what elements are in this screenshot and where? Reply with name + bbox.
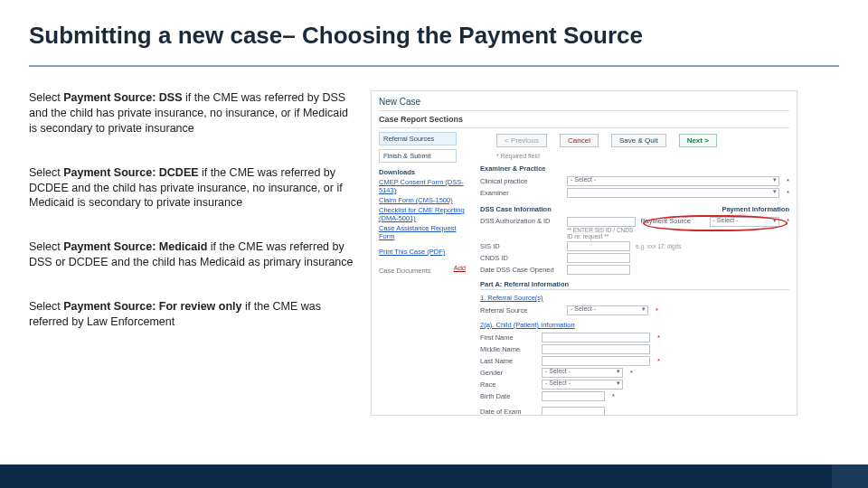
- first-name-label: First Name: [480, 333, 536, 342]
- cndsid-label: CNDS ID: [480, 254, 561, 262]
- first-name-input[interactable]: [542, 333, 650, 343]
- app-screenshot: New Case Case Report Sections Referral S…: [371, 90, 797, 416]
- payment-source-select[interactable]: - Select -: [710, 217, 780, 227]
- required-icon: *: [656, 306, 658, 314]
- dss-auth-input[interactable]: [567, 217, 636, 227]
- section-payment-info: Payment Information: [722, 205, 789, 213]
- instruction-review-only: Select Payment Source: For review only i…: [29, 299, 354, 330]
- referral-source-label: Referral Source: [480, 306, 561, 314]
- subsection-child-info: 2(a). Child (Patient) Information: [480, 321, 575, 329]
- dss-auth-label: DSS Authorization & ID: [480, 217, 561, 225]
- required-icon: *: [787, 217, 789, 225]
- middle-name-label: Middle Name: [480, 345, 536, 353]
- race-select[interactable]: - Select -: [542, 380, 623, 389]
- cancel-button[interactable]: Cancel: [560, 134, 599, 147]
- part-a-title: Part A: Referral Information: [480, 280, 789, 290]
- examiner-label: Examiner: [480, 189, 561, 197]
- footer-bar: [0, 465, 868, 488]
- required-icon: *: [787, 177, 789, 185]
- date-opened-input[interactable]: [567, 265, 630, 275]
- race-label: Race: [480, 380, 536, 389]
- payment-source-label: Payment Source: [641, 217, 704, 225]
- sisid-input[interactable]: [567, 241, 630, 251]
- add-document-link[interactable]: Add: [454, 264, 466, 272]
- form-main: < Previous Cancel Save & Quit Next > * R…: [480, 132, 789, 408]
- download-checklist[interactable]: Checklist for CME Reporting (DMA-5001): [379, 206, 473, 222]
- download-assist-form[interactable]: Case Assistance Request Form: [379, 224, 473, 240]
- subsection-referral-sources: 1. Referral Source(s): [480, 294, 543, 302]
- downloads-heading: Downloads: [379, 168, 473, 176]
- top-button-row: < Previous Cancel Save & Quit Next >: [496, 134, 789, 147]
- examiner-select[interactable]: [567, 188, 779, 198]
- gender-label: Gender: [480, 369, 536, 377]
- section-title-case-report: Case Report Sections: [379, 110, 789, 128]
- screenshot-header: New Case: [372, 91, 797, 110]
- print-case-link[interactable]: Print This Case (PDF): [379, 248, 473, 256]
- middle-name-input[interactable]: [542, 344, 650, 354]
- sisid-label: SIS ID: [480, 242, 561, 250]
- download-consent-form[interactable]: CMEP Consent Form (DSS-5143): [379, 178, 473, 194]
- tab-finish-submit[interactable]: Finish & Submit: [379, 149, 457, 163]
- section-dss-info: DSS Case Information: [480, 205, 552, 213]
- sidebar: Referral Sources Finish & Submit Downloa…: [379, 132, 473, 408]
- next-button[interactable]: Next >: [679, 134, 717, 147]
- required-note: * Required field: [496, 153, 789, 159]
- last-name-label: Last Name: [480, 357, 536, 365]
- case-documents-label: Case Documents: [379, 267, 431, 275]
- gender-select[interactable]: - Select -: [542, 368, 623, 378]
- instruction-column: Select Payment Source: DSS if the CME wa…: [29, 90, 354, 359]
- prev-button[interactable]: < Previous: [496, 134, 547, 147]
- birth-date-input[interactable]: [542, 391, 605, 401]
- clinical-practice-select[interactable]: - Select -: [567, 176, 779, 186]
- instruction-medicaid: Select Payment Source: Medicaid if the C…: [29, 239, 354, 270]
- tab-referral-sources[interactable]: Referral Sources: [379, 132, 457, 145]
- download-claim-form[interactable]: Claim Form (CMS-1500): [379, 196, 473, 204]
- last-name-input[interactable]: [542, 356, 650, 366]
- save-quit-button[interactable]: Save & Quit: [611, 134, 666, 147]
- instruction-dcdee: Select Payment Source: DCDEE if the CME …: [29, 165, 354, 211]
- referral-source-select[interactable]: - Select -: [567, 305, 648, 315]
- instruction-dss: Select Payment Source: DSS if the CME wa…: [29, 90, 354, 136]
- page-title: Submitting a new case– Choosing the Paym…: [29, 22, 643, 50]
- cndsid-input[interactable]: [567, 253, 630, 263]
- date-exam-input[interactable]: [542, 407, 605, 416]
- date-opened-label: Date DSS Case Opened: [480, 266, 561, 274]
- title-rule: [29, 65, 839, 67]
- dss-auth-placeholder: ** ENTER SIS ID / CNDS ID re: request **: [567, 227, 636, 239]
- required-icon: *: [787, 189, 789, 197]
- sisid-hint: e.g. xxx 17: digits: [636, 243, 681, 249]
- section-examiner-practice: Examiner & Practice: [480, 164, 789, 173]
- birth-date-label: Birth Date: [480, 392, 536, 400]
- clinical-practice-label: Clinical practice: [480, 177, 561, 185]
- date-exam-label: Date of Exam: [480, 408, 536, 416]
- footer-accent: [832, 465, 868, 488]
